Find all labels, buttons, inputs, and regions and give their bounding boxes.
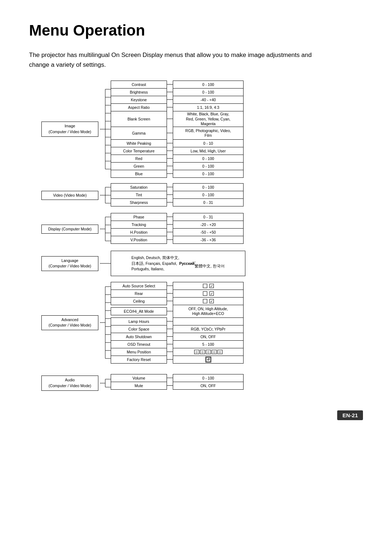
tint-option: Tint bbox=[111, 191, 167, 199]
audio-label-area: Audio(Computer / Video Mode) bbox=[40, 374, 100, 392]
green-option: Green bbox=[111, 162, 167, 170]
white-peaking-hline bbox=[167, 143, 173, 143]
contrast-row: Contrast 0 - 100 bbox=[111, 81, 244, 88]
hposition-hline bbox=[167, 232, 173, 232]
video-section: Video (Video Mode) Saturation 0 - 100 Ti… bbox=[40, 183, 352, 207]
language-options: English, Deutsch, 简体中文,日本語, Français, Es… bbox=[111, 251, 245, 276]
aspect-row: Aspect Ratio 1:1, 16:9, 4:3 bbox=[111, 103, 244, 111]
menu-pos-option: Menu Position bbox=[111, 348, 167, 356]
aspect-value: 1:1, 16:9, 4:3 bbox=[173, 103, 244, 111]
lamp-option: Lamp Hours bbox=[111, 317, 167, 325]
reset-svg: ↺ bbox=[206, 357, 211, 362]
blue-row: Blue 0 - 100 bbox=[111, 170, 244, 177]
color-space-row: Color Space RGB, YCbCr, YPbPr bbox=[111, 325, 244, 333]
brightness-option: Brightness bbox=[111, 88, 167, 96]
audio-options: Volume 0 - 100 Mute ON, OFF bbox=[111, 374, 244, 392]
menu-position-icons: ⊡ ⊡ ⊡ ⊡ ⊡ bbox=[194, 350, 222, 354]
menu-diagram: Image(Computer / Video Mode) bbox=[40, 81, 352, 392]
hposition-value: -50 - +50 bbox=[173, 228, 244, 236]
pos-icon-2: ⊡ bbox=[200, 350, 205, 354]
osd-option: OSD Timeout bbox=[111, 340, 167, 348]
language-section: Language(Computer / Video Mode) English,… bbox=[40, 251, 352, 276]
language-connector-svg bbox=[100, 251, 111, 276]
advanced-tree-lines bbox=[100, 282, 111, 363]
tracking-option: Tracking bbox=[111, 221, 167, 229]
aspect-hline bbox=[167, 107, 173, 107]
contrast-hline bbox=[167, 84, 173, 85]
blank-hline bbox=[167, 119, 173, 119]
image-options: Contrast 0 - 100 Brightness 0 - 100 Keys… bbox=[111, 81, 244, 177]
spacer-1 bbox=[40, 178, 352, 183]
language-row: English, Deutsch, 简体中文,日本語, Français, Es… bbox=[111, 251, 245, 276]
video-connector-svg bbox=[100, 183, 111, 207]
audio-section: Audio(Computer / Video Mode) Volume 0 - … bbox=[40, 374, 352, 392]
red-row: Red 0 - 100 bbox=[111, 155, 244, 162]
color-space-hline bbox=[167, 329, 173, 329]
contrast-option: Contrast bbox=[111, 81, 167, 89]
hposition-row: H.Position -50 - +50 bbox=[111, 228, 244, 236]
osd-value: 5 - 100 bbox=[173, 340, 244, 348]
rear-checkbox-empty bbox=[203, 291, 207, 296]
gamma-option: Gamma bbox=[111, 127, 167, 140]
vposition-hline bbox=[167, 239, 173, 240]
image-tree-lines bbox=[100, 81, 111, 177]
sharpness-value: 0 - 31 bbox=[173, 198, 244, 206]
ceiling-checkbox-checked: ✓ bbox=[209, 299, 214, 303]
language-option: English, Deutsch, 简体中文,日本語, Français, Es… bbox=[111, 251, 245, 276]
tint-value: 0 - 100 bbox=[173, 191, 244, 199]
phase-row: Phase 0 - 31 bbox=[111, 213, 244, 221]
tint-row: Tint 0 - 100 bbox=[111, 191, 244, 198]
auto-source-row: Auto Source Select ✓ bbox=[111, 282, 244, 290]
blank-value: White, Black, Blue, Gray,Red, Green, Yel… bbox=[173, 111, 244, 127]
tracking-hline bbox=[167, 224, 173, 225]
saturation-option: Saturation bbox=[111, 183, 167, 191]
color-temp-value: Low, Mid, High, User bbox=[173, 147, 244, 155]
volume-option: Volume bbox=[111, 374, 167, 382]
language-label-box: Language(Computer / Video Mode) bbox=[41, 256, 98, 271]
mute-hline bbox=[167, 385, 173, 386]
color-temp-option: Color Temperature bbox=[111, 147, 167, 155]
lamp-value bbox=[173, 317, 244, 325]
gamma-row: Gamma RGB, Photographic, Video,Film bbox=[111, 127, 244, 139]
pos-icon-5: ⊡ bbox=[217, 350, 222, 354]
red-option: Red bbox=[111, 155, 167, 163]
white-peaking-option: White Peaking bbox=[111, 139, 167, 147]
color-space-option: Color Space bbox=[111, 325, 167, 333]
pos-icon-3: ⊡ bbox=[206, 350, 211, 354]
checkbox-checked: ✓ bbox=[209, 284, 214, 288]
white-peaking-row: White Peaking 0 - 10 bbox=[111, 139, 244, 147]
video-label-area: Video (Video Mode) bbox=[40, 183, 100, 207]
lamp-row: Lamp Hours bbox=[111, 317, 244, 325]
rear-checkbox-checked: ✓ bbox=[209, 291, 214, 296]
volume-row: Volume 0 - 100 bbox=[111, 374, 244, 382]
auto-source-option: Auto Source Select bbox=[111, 282, 167, 290]
rear-option: Rear bbox=[111, 290, 167, 298]
tracking-value: -20 - +20 bbox=[173, 221, 244, 229]
volume-value: 0 - 100 bbox=[173, 374, 244, 382]
ceiling-checkbox-empty bbox=[203, 299, 207, 303]
advanced-label-area: Advanced(Computer / Video Mode) bbox=[40, 282, 100, 363]
osd-row: OSD Timeout 5 - 100 bbox=[111, 340, 244, 348]
advanced-connector-svg bbox=[100, 283, 111, 362]
phase-value: 0 - 31 bbox=[173, 213, 244, 221]
menu-pos-row: Menu Position ⊡ ⊡ ⊡ ⊡ ⊡ bbox=[111, 348, 244, 356]
red-value: 0 - 100 bbox=[173, 155, 244, 163]
spacer-3 bbox=[40, 246, 352, 251]
rear-hline bbox=[167, 293, 173, 294]
blue-hline bbox=[167, 173, 173, 174]
contrast-value: 0 - 100 bbox=[173, 81, 244, 89]
mute-option: Mute bbox=[111, 382, 167, 390]
color-space-value: RGB, YCbCr, YPbPr bbox=[173, 325, 244, 333]
audio-tree-lines bbox=[100, 374, 111, 392]
volume-hline bbox=[167, 378, 173, 378]
mute-row: Mute ON, OFF bbox=[111, 382, 244, 389]
hposition-option: H.Position bbox=[111, 228, 167, 236]
display-label-area: Display (Computer Mode) bbox=[40, 213, 100, 245]
spacer-5 bbox=[40, 364, 352, 369]
lamp-hline bbox=[167, 321, 173, 321]
language-tree-lines bbox=[100, 251, 111, 276]
advanced-label-box: Advanced(Computer / Video Mode) bbox=[41, 315, 98, 331]
audio-connector-svg bbox=[100, 375, 111, 391]
display-options: Phase 0 - 31 Tracking -20 - +20 H.Positi… bbox=[111, 213, 244, 245]
vposition-option: V.Position bbox=[111, 236, 167, 244]
